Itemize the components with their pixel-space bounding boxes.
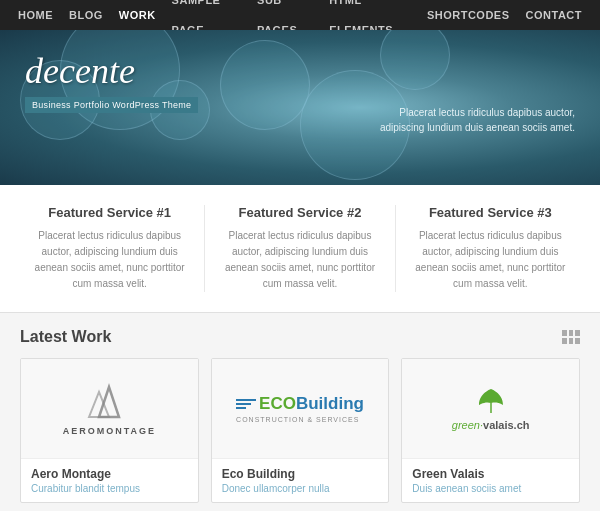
work-item-2[interactable]: ECOBuilding CONSTRUCTION & SERVICES Eco … bbox=[211, 358, 390, 503]
eco-brand-text: ECOBuilding bbox=[259, 394, 364, 414]
work-info-1: Aero Montage Curabitur blandit tempus bbox=[21, 459, 198, 502]
eco-sub: CONSTRUCTION & SERVICES bbox=[236, 416, 364, 423]
features-section: Featured Service #1 Placerat lectus ridi… bbox=[0, 185, 600, 313]
green-valais-logo: green·valais.ch bbox=[452, 387, 530, 431]
feature-2-text: Placerat lectus ridiculus dapibus auctor… bbox=[220, 228, 379, 292]
green-leaf-svg bbox=[471, 387, 511, 415]
feature-1-title: Featured Service #1 bbox=[30, 205, 189, 220]
nav-work[interactable]: WORK bbox=[111, 0, 164, 30]
work-item-3[interactable]: green·valais.ch Green Valais Duis aenean… bbox=[401, 358, 580, 503]
eco-top: ECOBuilding bbox=[236, 394, 364, 414]
work-thumb-1: AEROMONTAGE bbox=[21, 359, 198, 459]
site-logo: decente bbox=[25, 50, 198, 92]
feature-3-text: Placerat lectus ridiculus dapibus auctor… bbox=[411, 228, 570, 292]
work-name-2: Eco Building bbox=[222, 467, 379, 481]
hero-content: decente Business Portfolio WordPress The… bbox=[0, 30, 600, 185]
work-thumb-2: ECOBuilding CONSTRUCTION & SERVICES bbox=[212, 359, 389, 459]
feature-2-title: Featured Service #2 bbox=[220, 205, 379, 220]
work-desc-1: Curabitur blandit tempus bbox=[31, 483, 188, 494]
hero-description: Placerat lectus ridiculus dapibus auctor… bbox=[355, 105, 575, 135]
green-brand: green·valais.ch bbox=[452, 419, 530, 431]
work-thumb-3: green·valais.ch bbox=[402, 359, 579, 459]
hero-section: decente Business Portfolio WordPress The… bbox=[0, 30, 600, 185]
main-navigation: HOME BLOG WORK SAMPLE PAGE SUB PAGES HTM… bbox=[0, 0, 600, 30]
feature-3: Featured Service #3 Placerat lectus ridi… bbox=[395, 205, 585, 292]
nav-contact[interactable]: CONTACT bbox=[518, 0, 590, 30]
eco-line-3 bbox=[236, 407, 246, 409]
feature-1: Featured Service #1 Placerat lectus ridi… bbox=[15, 205, 204, 292]
work-desc-3: Duis aenean sociis amet bbox=[412, 483, 569, 494]
section-title: Latest Work bbox=[20, 328, 111, 346]
feature-2: Featured Service #2 Placerat lectus ridi… bbox=[204, 205, 394, 292]
work-info-3: Green Valais Duis aenean sociis amet bbox=[402, 459, 579, 502]
work-name-1: Aero Montage bbox=[31, 467, 188, 481]
hero-branding: decente Business Portfolio WordPress The… bbox=[25, 50, 198, 113]
work-name-3: Green Valais bbox=[412, 467, 569, 481]
nav-home[interactable]: HOME bbox=[10, 0, 61, 30]
grid-view-icon[interactable] bbox=[562, 330, 580, 344]
nav-shortcodes[interactable]: SHORTCODES bbox=[419, 0, 518, 30]
hero-text: Placerat lectus ridiculus dapibus auctor… bbox=[355, 105, 575, 135]
feature-1-text: Placerat lectus ridiculus dapibus auctor… bbox=[30, 228, 189, 292]
aero-logo-svg bbox=[79, 382, 139, 422]
aero-montage-logo: AEROMONTAGE bbox=[63, 382, 156, 436]
valais-text: valais.ch bbox=[483, 419, 529, 431]
work-desc-2: Donec ullamcorper nulla bbox=[222, 483, 379, 494]
eco-line-1 bbox=[236, 399, 256, 401]
eco-line-2 bbox=[236, 403, 251, 405]
work-info-2: Eco Building Donec ullamcorper nulla bbox=[212, 459, 389, 502]
work-item-1[interactable]: AEROMONTAGE Aero Montage Curabitur bland… bbox=[20, 358, 199, 503]
section-header: Latest Work bbox=[20, 328, 580, 346]
green-text: green· bbox=[452, 419, 483, 431]
latest-work-section: Latest Work AEROMONTAGE Aero Montage Cur… bbox=[0, 313, 600, 511]
site-tagline: Business Portfolio WordPress Theme bbox=[25, 97, 198, 113]
eco-lines bbox=[236, 399, 256, 409]
feature-3-title: Featured Service #3 bbox=[411, 205, 570, 220]
nav-blog[interactable]: BLOG bbox=[61, 0, 111, 30]
work-grid: AEROMONTAGE Aero Montage Curabitur bland… bbox=[20, 358, 580, 503]
eco-building-logo: ECOBuilding CONSTRUCTION & SERVICES bbox=[231, 389, 369, 428]
aero-text: AEROMONTAGE bbox=[63, 426, 156, 436]
